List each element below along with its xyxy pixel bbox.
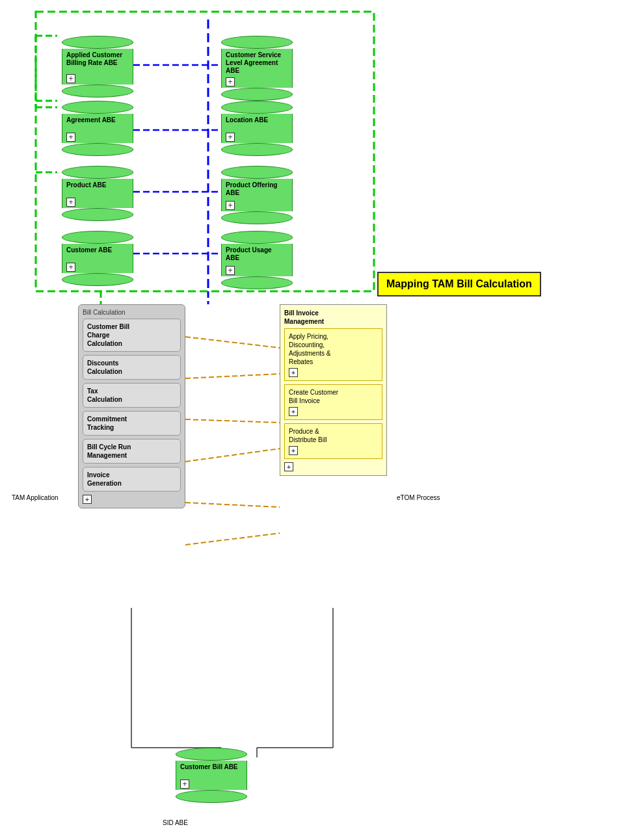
commitment-tracking-box[interactable]: CommitmentTracking — [83, 411, 181, 436]
db-body: Customer ABE + — [62, 244, 133, 273]
db-product-usage[interactable]: Product UsageABE + — [221, 231, 293, 289]
bill-invoice-container: Bill InvoiceManagement Apply Pricing,Dis… — [280, 304, 387, 476]
db-bottom — [221, 143, 293, 156]
db-top — [176, 748, 247, 761]
produce-distribute-box[interactable]: Produce &Distribute Bill + — [284, 423, 382, 459]
db-customer-bill-abe[interactable]: Customer Bill ABE + — [176, 748, 247, 803]
svg-line-14 — [185, 374, 280, 378]
db-plus[interactable]: + — [226, 133, 235, 142]
db-label: Product OfferingABE — [226, 181, 277, 197]
db-label: Customer Bill ABE — [180, 763, 238, 771]
db-label: Applied CustomerBilling Rate ABE — [66, 51, 122, 67]
svg-line-13 — [185, 337, 280, 348]
db-bottom — [62, 273, 133, 286]
title-text: Mapping TAM Bill Calculation — [386, 278, 532, 289]
db-product-offering[interactable]: Product OfferingABE + — [221, 166, 293, 224]
plus-icon[interactable]: + — [289, 407, 298, 416]
db-top — [62, 166, 133, 179]
etom-process-label: eTOM Process — [397, 494, 440, 501]
db-plus[interactable]: + — [226, 77, 235, 86]
bill-calc-title: Bill Calculation — [83, 309, 181, 316]
db-agreement[interactable]: Agreement ABE + — [62, 101, 133, 156]
db-customer-service-level[interactable]: Customer ServiceLevel AgreementABE + — [221, 36, 293, 101]
db-label: Customer ServiceLevel AgreementABE — [226, 51, 281, 75]
invoice-bottom-plus: + — [284, 462, 382, 471]
db-body: Customer ServiceLevel AgreementABE + — [221, 49, 293, 88]
tam-application-label: TAM Application — [12, 494, 59, 501]
db-body: Product ABE + — [62, 179, 133, 208]
db-location[interactable]: Location ABE + — [221, 101, 293, 156]
db-bottom — [62, 208, 133, 221]
db-bottom — [62, 85, 133, 98]
svg-line-16 — [185, 449, 280, 462]
customer-bill-charge-box[interactable]: Customer BillChargeCalculation — [83, 319, 181, 352]
db-plus[interactable]: + — [66, 263, 75, 272]
db-body: Customer Bill ABE + — [176, 761, 247, 790]
db-product[interactable]: Product ABE + — [62, 166, 133, 221]
db-plus[interactable]: + — [226, 266, 235, 275]
db-bottom — [221, 88, 293, 101]
db-bottom — [176, 790, 247, 803]
bill-cycle-run-box[interactable]: Bill Cycle RunManagement — [83, 439, 181, 464]
plus-icon[interactable]: + — [284, 462, 293, 471]
db-applied-customer[interactable]: Applied CustomerBilling Rate ABE + — [62, 36, 133, 98]
db-plus[interactable]: + — [66, 133, 75, 142]
db-body: Location ABE + — [221, 114, 293, 143]
db-label: Location ABE — [226, 116, 268, 124]
bill-invoice-title: Bill InvoiceManagement — [284, 309, 382, 326]
db-body: Agreement ABE + — [62, 114, 133, 143]
plus-icon[interactable]: + — [83, 495, 92, 504]
sid-abe-label: SID ABE — [163, 819, 188, 826]
db-plus[interactable]: + — [66, 74, 75, 83]
db-label: Customer ABE — [66, 246, 112, 254]
db-top — [221, 36, 293, 49]
db-top — [221, 231, 293, 244]
db-top — [221, 101, 293, 114]
db-plus[interactable]: + — [226, 201, 235, 210]
db-body: Applied CustomerBilling Rate ABE + — [62, 49, 133, 85]
plus-icon[interactable]: + — [289, 368, 298, 377]
svg-line-17 — [185, 503, 280, 507]
invoice-generation-box[interactable]: InvoiceGeneration — [83, 467, 181, 492]
discounts-calc-box[interactable]: DiscountsCalculation — [83, 355, 181, 380]
bill-calculation-container: Bill Calculation Customer BillChargeCalc… — [78, 304, 185, 508]
db-top — [62, 231, 133, 244]
db-label: Product ABE — [66, 181, 106, 189]
tax-calc-box[interactable]: TaxCalculation — [83, 383, 181, 408]
plus-icon[interactable]: + — [289, 446, 298, 455]
db-label: Agreement ABE — [66, 116, 116, 124]
db-top — [62, 101, 133, 114]
svg-line-18 — [185, 533, 280, 545]
db-top — [221, 166, 293, 179]
db-bottom — [221, 211, 293, 224]
create-customer-bill-box[interactable]: Create CustomerBill Invoice + — [284, 384, 382, 420]
db-plus[interactable]: + — [180, 780, 189, 789]
db-top — [62, 36, 133, 49]
db-bottom — [62, 143, 133, 156]
bill-calc-plus: + — [83, 495, 181, 504]
db-label: Product UsageABE — [226, 246, 272, 262]
apply-pricing-box[interactable]: Apply Pricing,Discounting,Adjustments &R… — [284, 328, 382, 381]
db-body: Product UsageABE + — [221, 244, 293, 276]
title-box: Mapping TAM Bill Calculation — [377, 272, 541, 296]
db-customer[interactable]: Customer ABE + — [62, 231, 133, 286]
svg-line-15 — [185, 419, 280, 423]
diagram-container: Mapping TAM Bill Calculation Applied Cus… — [0, 0, 627, 840]
db-body: Product OfferingABE + — [221, 179, 293, 211]
db-plus[interactable]: + — [66, 198, 75, 207]
db-bottom — [221, 276, 293, 289]
